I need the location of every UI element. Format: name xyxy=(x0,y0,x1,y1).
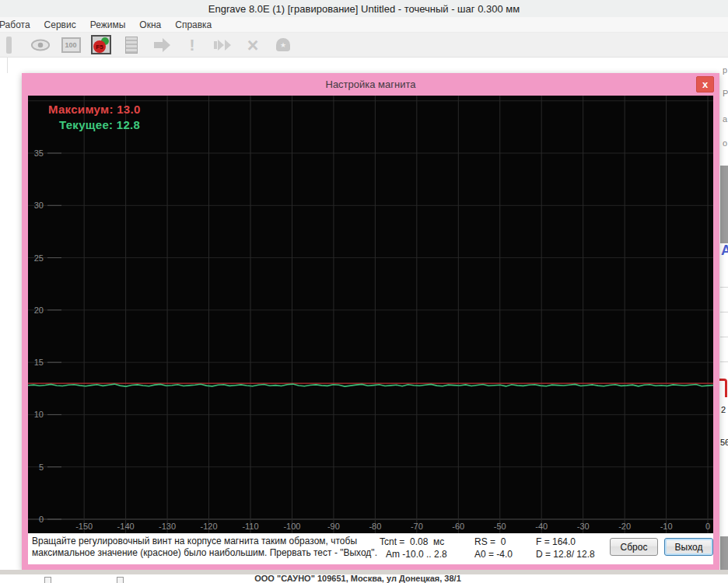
engrave-f5-shape: F5 xyxy=(91,35,111,54)
svg-text:-50: -50 xyxy=(494,522,506,531)
exit-button[interactable]: Выход xyxy=(664,538,713,556)
eye-icon[interactable] xyxy=(30,35,51,55)
arrow-right-icon[interactable] xyxy=(152,35,172,55)
stats-rs-a0: RS = 0 A0 = -4.0 xyxy=(474,536,513,560)
svg-text:-80: -80 xyxy=(369,522,381,531)
stat-am: Am -10.0 .. 2.8 xyxy=(380,548,447,560)
svg-text:-140: -140 xyxy=(117,522,135,531)
svg-text:-70: -70 xyxy=(411,522,423,531)
magnet-signal-plot: 05101520253035-150-140-130-120-110-100-9… xyxy=(28,96,713,533)
stat-f: F = 164.0 xyxy=(536,536,595,548)
svg-text:5: 5 xyxy=(39,463,44,472)
company-address-text: ООО "САУНО" 109651, Москва, ул Донецкая,… xyxy=(179,574,537,583)
bg-number-fragment: 56 xyxy=(720,438,728,447)
svg-text:-150: -150 xyxy=(75,522,93,531)
close-icon[interactable]: x xyxy=(696,76,714,93)
current-value-label: Текущее: 12.8 xyxy=(59,118,140,131)
engrave-f5-icon[interactable]: F5 xyxy=(91,35,111,55)
stat-rs: RS = 0 xyxy=(474,536,513,548)
reset-button[interactable]: Сброс xyxy=(610,538,658,556)
svg-text:-120: -120 xyxy=(201,522,218,531)
max-value-label: Максимум: 13.0 xyxy=(48,103,141,116)
document-icon[interactable] xyxy=(121,35,142,55)
svg-text:25: 25 xyxy=(34,253,44,263)
menu-item-spravka[interactable]: Справка xyxy=(168,19,219,30)
svg-text:-100: -100 xyxy=(283,522,300,531)
magnet-setup-dialog: Настройка магнита x 05101520253035-150-1… xyxy=(22,73,719,570)
svg-text:15: 15 xyxy=(34,358,44,367)
fast-forward-icon[interactable] xyxy=(212,35,233,55)
menu-item-rabota[interactable]: Работа xyxy=(0,19,37,30)
stats-f-d: F = 164.0 D = 12.8/ 12.8 xyxy=(536,536,595,560)
bg-red-curve-fragment xyxy=(719,379,727,397)
stats-timing: Tcnt = 0.08 мс Am -10.0 .. 2.8 xyxy=(380,536,447,560)
svg-text:0: 0 xyxy=(705,522,710,531)
svg-text:-130: -130 xyxy=(159,522,176,531)
exclamation-icon[interactable]: ! xyxy=(182,35,202,55)
document-icon-shape xyxy=(125,37,138,54)
svg-text:-60: -60 xyxy=(452,522,464,531)
svg-text:-110: -110 xyxy=(242,522,258,531)
partial-icon-shape xyxy=(6,37,12,54)
eye-icon-shape xyxy=(30,38,51,52)
window-titlebar: Engrave 8.0E (1) [гравирование] Untitled… xyxy=(0,0,728,17)
bottom-statusbar: ООО "САУНО" 109651, Москва, ул Донецкая,… xyxy=(0,570,728,583)
bg-grid-fragment xyxy=(720,263,728,379)
partial-icon[interactable] xyxy=(0,35,20,55)
bg-text-fragment: о xyxy=(723,138,727,148)
app-window: Engrave 8.0E (1) [гравирование] Untitled… xyxy=(0,0,728,583)
svg-text:-40: -40 xyxy=(535,522,548,531)
toolbar: 100 F5 ! × ★ xyxy=(0,33,728,58)
bg-blue-letter: А xyxy=(721,243,728,259)
bg-number-fragment: 2 xyxy=(721,405,726,414)
f5-red-dot: F5 xyxy=(93,40,106,53)
instruction-line-2: максимальное значение (красное) было наи… xyxy=(32,547,377,559)
arrow-right-shape xyxy=(154,38,170,52)
svg-text:20: 20 xyxy=(34,305,44,315)
menu-bar: Работа Сервис Режимы Окна Справка xyxy=(0,17,728,33)
fast-forward-shape xyxy=(214,40,231,51)
bg-text-fragment: а xyxy=(723,114,727,124)
stat-a0: A0 = -4.0 xyxy=(474,548,513,560)
checkbox-fragment[interactable] xyxy=(117,577,124,583)
instruction-line-1: Вращайте регулировочный винт на корпусе … xyxy=(32,536,377,547)
svg-text:-20: -20 xyxy=(618,522,631,531)
menu-item-servis[interactable]: Сервис xyxy=(37,19,83,30)
exclamation-glyph: ! xyxy=(190,36,195,54)
window-title: Engrave 8.0E (1) [гравирование] Untitled… xyxy=(208,3,520,15)
checkbox-fragment[interactable] xyxy=(44,577,51,583)
dialog-footer: Вращайте регулировочный винт на корпусе … xyxy=(28,533,713,564)
stat-tcnt: Tcnt = 0.08 мс xyxy=(380,536,447,548)
zoom-100-label: 100 xyxy=(61,37,81,53)
svg-text:-10: -10 xyxy=(660,522,673,531)
cancel-x-icon[interactable]: × xyxy=(243,35,263,55)
dialog-title: Настройка магнита xyxy=(326,79,416,90)
svg-text:10: 10 xyxy=(34,410,44,419)
cancel-x-glyph: × xyxy=(247,37,259,53)
bg-text-fragment: р xyxy=(723,65,727,75)
menu-item-rezhimy[interactable]: Режимы xyxy=(83,19,133,30)
stat-d: D = 12.8/ 12.8 xyxy=(536,548,595,560)
svg-text:-90: -90 xyxy=(327,522,340,531)
svg-text:0: 0 xyxy=(39,515,44,524)
bg-text-fragment: Р xyxy=(723,89,728,98)
magnet-signal-chart: 05101520253035-150-140-130-120-110-100-9… xyxy=(28,96,713,533)
svg-text:35: 35 xyxy=(34,148,44,158)
svg-text:30: 30 xyxy=(34,201,44,210)
zoom-100-icon[interactable]: 100 xyxy=(61,35,81,55)
instruction-text: Вращайте регулировочный винт на корпусе … xyxy=(32,536,377,559)
dialog-titlebar[interactable]: Настройка магнита x xyxy=(22,73,719,96)
bell-icon-shape: ★ xyxy=(276,38,290,51)
menu-item-okna[interactable]: Окна xyxy=(132,19,168,30)
bg-gray-panel xyxy=(720,536,728,570)
bg-gray-panel xyxy=(720,166,728,243)
panel-divider xyxy=(7,58,8,73)
svg-text:-30: -30 xyxy=(577,522,590,531)
bell-icon[interactable]: ★ xyxy=(273,35,293,55)
